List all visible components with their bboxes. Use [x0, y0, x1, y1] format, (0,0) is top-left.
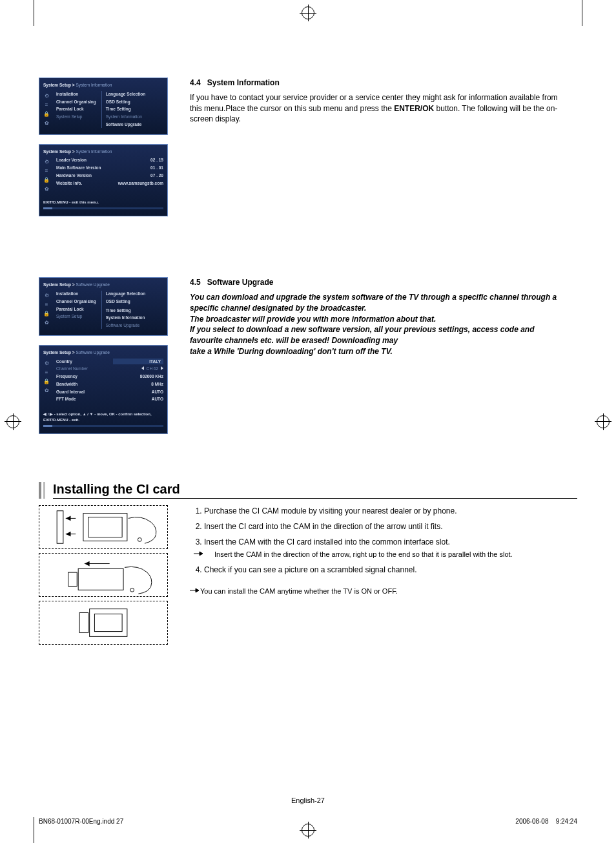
kv-value: AUTO [118, 389, 163, 395]
breadcrumb-leaf: System Information [76, 83, 112, 87]
footnote-text: You can install the CAM anytime whether … [200, 587, 398, 595]
pointer-arrow-icon [190, 586, 200, 597]
submenu-item: Software Upgrade [106, 322, 145, 329]
kv-value-text: CH 62 [147, 366, 158, 371]
svg-rect-6 [88, 517, 122, 537]
menu-item: Installation [56, 91, 96, 98]
kv-value: 8 MHz [118, 381, 163, 388]
arrow-right-icon [161, 366, 163, 370]
lock-icon: 🔒 [43, 310, 50, 315]
osd-icon-column: ⚙ ≡ 🔒 ✿ [43, 91, 51, 128]
svg-marker-4 [66, 532, 71, 537]
osd-icon-column: ⚙ ≡ 🔒 ✿ [43, 359, 51, 403]
osd-kv-list: CountryITALY Channel Number CH 62 Freque… [56, 359, 163, 403]
osd-hint: EXIT/D.MENU - exit. [43, 417, 163, 423]
svg-point-7 [138, 538, 141, 542]
kv-key: Loader Version [56, 157, 87, 163]
section-heading: Installing the CI card [53, 482, 577, 499]
step-text: Insert the CAM with the CI card installe… [204, 537, 450, 546]
footnote: You can install the CAM anytime whether … [190, 586, 558, 597]
kv-value: www.samsungstb.com [118, 180, 163, 187]
page-footer: English-27 [0, 796, 616, 804]
breadcrumb: System Setup > System Information [43, 149, 163, 155]
kv-value: 01 . 01 [118, 165, 163, 171]
step-item: Purchase the CI CAM module by visiting y… [204, 505, 558, 517]
list-icon: ≡ [43, 301, 50, 306]
kv-key: Website Info. [56, 180, 82, 187]
gear-icon: ✿ [43, 185, 50, 191]
arrow-left-icon [141, 366, 144, 370]
registration-mark-icon [6, 415, 19, 428]
lock-icon: 🔒 [43, 378, 50, 383]
submenu-item: Language Selection [106, 291, 145, 297]
body-line: You can download and upgrade the system … [190, 292, 558, 314]
osd-scrollbar [43, 425, 163, 427]
step-item: Insert the CI card into the CAM in the d… [204, 521, 558, 532]
kv-value: 07 . 20 [118, 172, 163, 179]
crop-mark [34, 0, 34, 26]
breadcrumb: System Setup > Software Upgrade [43, 349, 163, 356]
step-item: Insert the CAM with the CI card installe… [204, 536, 558, 560]
registration-mark-icon [597, 415, 610, 428]
body-line: take a While 'During downloading' don't … [190, 346, 558, 357]
menu-item: Parental Lock [56, 306, 96, 313]
menu-item: System Setup [56, 313, 96, 320]
osd-icon-column: ⚙ ≡ 🔒 ✿ [43, 157, 51, 191]
list-icon: ≡ [43, 101, 50, 107]
osd-right-list: Language Selection OSD Setting Time Sett… [101, 291, 145, 329]
submenu-item: Time Setting [106, 106, 145, 112]
osd-panel-swupgrade-values: System Setup > Software Upgrade ⚙ ≡ 🔒 ✿ … [39, 345, 168, 434]
print-metadata: BN68-01007R-00Eng.indd 27 2006-08-08 9:2… [39, 818, 577, 825]
registration-mark-icon [302, 6, 314, 19]
osd-panel-sysinfo-menu: System Setup > System Information ⚙ ≡ 🔒 … [39, 78, 168, 135]
kv-key: Bandwidth [56, 381, 77, 388]
wrench-icon: ⚙ [43, 92, 50, 98]
menu-item: Installation [56, 291, 96, 297]
breadcrumb-root: System Setup > [43, 83, 76, 87]
body-line: If you select to download a new software… [190, 324, 558, 346]
kv-key: FFT Mode [56, 396, 76, 402]
kv-value: 802000 KHz [118, 373, 163, 380]
print-date: 2006-08-08 9:24:24 [515, 818, 577, 825]
kv-value: AUTO [118, 396, 163, 402]
osd-left-list: Installation Channel Organising Parental… [56, 291, 96, 329]
pointer-arrow-icon [204, 549, 214, 560]
osd-left-list: Installation Channel Organising Parental… [56, 91, 96, 128]
subnote-text: Insert the CAM in the direction of the a… [214, 550, 513, 558]
kv-key: Country [56, 359, 72, 365]
section-title: System Information [207, 78, 280, 87]
breadcrumb-root: System Setup > [43, 282, 76, 287]
breadcrumb-root: System Setup > [43, 350, 76, 355]
submenu-item: OSD Setting [106, 99, 145, 105]
figure-step3 [39, 601, 168, 645]
svg-rect-10 [78, 568, 123, 590]
osd-hint: EXIT/D.MENU - exit this menu. [43, 200, 163, 205]
section-title: Software Upgrade [207, 278, 274, 287]
submenu-item: Software Upgrade [106, 121, 145, 128]
osd-kv-list: Loader Version02 . 15 Main Software Vers… [56, 157, 163, 191]
gear-icon: ✿ [43, 319, 50, 324]
step-item: Check if you can see a picture on a scra… [204, 564, 558, 576]
submenu-item: Language Selection [106, 91, 145, 98]
svg-marker-9 [85, 561, 90, 567]
lock-icon: 🔒 [43, 176, 50, 182]
body-line: The broadcaster will provide you with mo… [190, 314, 558, 325]
heading-accent-bar [39, 482, 41, 499]
svg-rect-0 [57, 511, 63, 543]
step-subnote: Insert the CAM in the direction of the a… [204, 549, 558, 560]
kv-value: CH 62 [118, 366, 163, 372]
osd-icon-column: ⚙ ≡ 🔒 ✿ [43, 291, 51, 329]
wrench-icon: ⚙ [43, 158, 50, 163]
print-file: BN68-01007R-00Eng.indd 27 [39, 818, 123, 825]
svg-rect-5 [83, 514, 127, 541]
section-number: 4.4 [190, 78, 201, 87]
svg-marker-2 [66, 516, 71, 521]
kv-key: Channel Number [56, 366, 88, 372]
svg-rect-13 [90, 609, 127, 637]
print-date-value: 2006-08-08 [515, 818, 548, 825]
breadcrumb-leaf: Software Upgrade [76, 282, 109, 287]
heading-accent-bar [43, 482, 45, 499]
figure-step2 [39, 553, 168, 597]
svg-rect-15 [94, 614, 122, 631]
breadcrumb: System Setup > Software Upgrade [43, 282, 163, 288]
